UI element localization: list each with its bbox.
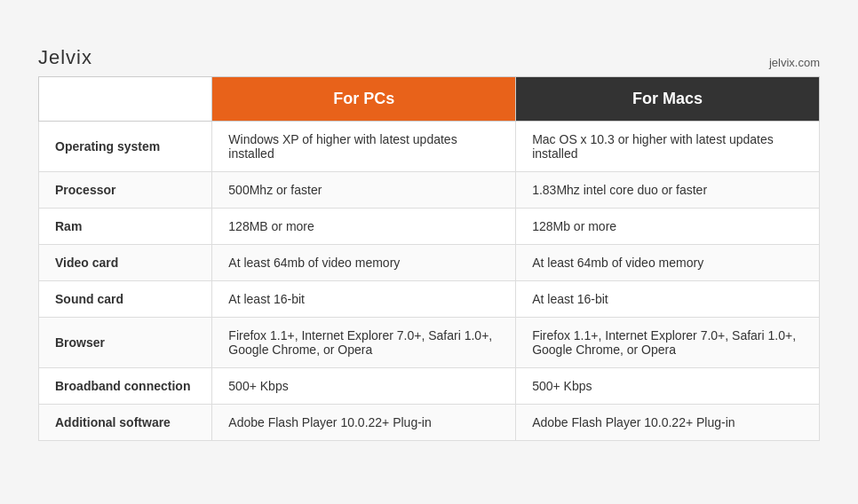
row-mac-value: At least 16-bit (516, 280, 820, 317)
brand-website: jelvix.com (769, 56, 820, 69)
table-row: Operating systemWindows XP of higher wit… (39, 121, 820, 171)
row-pc-value: Adobe Flash Player 10.0.22+ Plug-in (212, 404, 516, 440)
row-label: Broadband connection (39, 367, 212, 404)
row-mac-value: Mac OS x 10.3 or higher with latest upda… (516, 121, 820, 171)
table-row: BrowserFirefox 1.1+, Internet Explorer 7… (39, 317, 820, 367)
row-mac-value: 1.83Mhz intel core duo or faster (516, 171, 820, 208)
table-row: Video cardAt least 64mb of video memoryA… (39, 244, 820, 280)
row-mac-value: 500+ Kbps (516, 367, 820, 404)
table-row: Broadband connection500+ Kbps500+ Kbps (39, 367, 820, 404)
row-pc-value: 500+ Kbps (212, 367, 516, 404)
table-row: Ram128MB or more128Mb or more (39, 208, 820, 244)
comparison-table: For PCs For Macs Operating systemWindows… (38, 76, 820, 441)
header-pc-col: For PCs (212, 76, 516, 121)
row-pc-value: 500Mhz or faster (212, 171, 516, 208)
branding-row: Jelvix jelvix.com (38, 46, 820, 69)
table-row: Sound cardAt least 16-bitAt least 16-bit (39, 280, 820, 317)
row-pc-value: At least 64mb of video memory (212, 244, 516, 280)
page-wrapper: Jelvix jelvix.com For PCs For Macs Opera… (20, 37, 838, 468)
row-mac-value: At least 64mb of video memory (516, 244, 820, 280)
row-label: Browser (39, 317, 212, 367)
row-label: Ram (39, 208, 212, 244)
row-label: Video card (39, 244, 212, 280)
brand-logo: Jelvix (38, 46, 92, 69)
row-pc-value: At least 16-bit (212, 280, 516, 317)
row-label: Sound card (39, 280, 212, 317)
table-row: Additional softwareAdobe Flash Player 10… (39, 404, 820, 440)
header-mac-col: For Macs (516, 76, 820, 121)
row-label: Operating system (39, 121, 212, 171)
header-label-col (39, 76, 212, 121)
row-mac-value: Adobe Flash Player 10.0.22+ Plug-in (516, 404, 820, 440)
row-label: Additional software (39, 404, 212, 440)
table-row: Processor500Mhz or faster1.83Mhz intel c… (39, 171, 820, 208)
row-mac-value: Firefox 1.1+, Internet Explorer 7.0+, Sa… (516, 317, 820, 367)
row-pc-value: 128MB or more (212, 208, 516, 244)
row-pc-value: Windows XP of higher with latest updates… (212, 121, 516, 171)
row-mac-value: 128Mb or more (516, 208, 820, 244)
row-label: Processor (39, 171, 212, 208)
row-pc-value: Firefox 1.1+, Internet Explorer 7.0+, Sa… (212, 317, 516, 367)
